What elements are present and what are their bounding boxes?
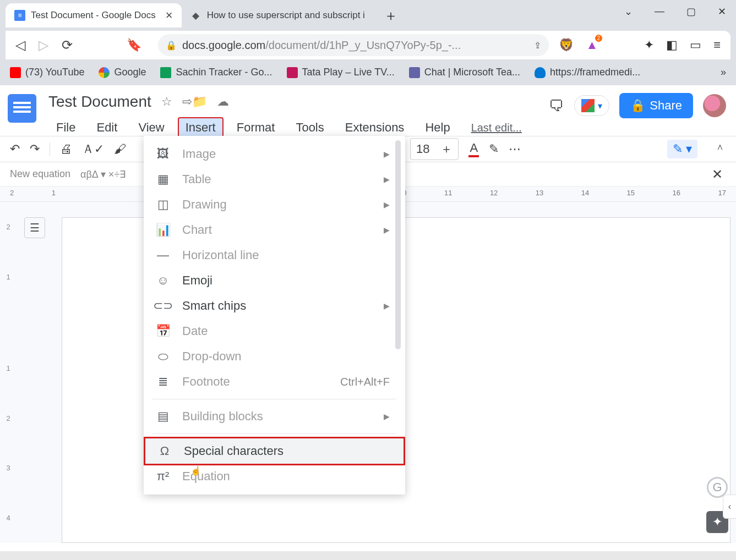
font-size-value[interactable]: 18 bbox=[411, 140, 435, 158]
menu-item-table: ▦Table▶ bbox=[144, 167, 405, 192]
docs-logo-icon[interactable] bbox=[8, 94, 36, 123]
vertical-ruler[interactable]: 2 1 1 2 3 4 bbox=[0, 202, 17, 543]
menu-separator bbox=[152, 433, 396, 434]
menu-item-chart: 📊Chart▶ bbox=[144, 217, 405, 243]
submenu-arrow-icon: ▶ bbox=[384, 200, 390, 209]
menu-item-emoji[interactable]: ☺Emoji bbox=[144, 268, 405, 293]
hrule-icon: — bbox=[156, 248, 170, 262]
mouse-cursor bbox=[190, 465, 200, 475]
address-row: ◁ ▷ ⟳ 🔖 🔒 docs.google.com/document/d/1hP… bbox=[6, 31, 730, 59]
menu-item-label: Smart chips bbox=[182, 299, 246, 313]
search-tabs-icon[interactable]: ⌄ bbox=[624, 6, 633, 18]
brave-rewards-icon[interactable]: ▲ bbox=[586, 38, 598, 52]
emoji-icon: ☺ bbox=[156, 273, 170, 288]
omnibox[interactable]: 🔒 docs.google.com/document/d/1hP_y_UsnQ7… bbox=[158, 34, 549, 56]
extensions-icon[interactable]: ✦ bbox=[644, 38, 654, 52]
browser-tab-0[interactable]: ≡ Test Document - Google Docs × bbox=[6, 3, 182, 28]
page-favicon-icon: ◆ bbox=[190, 10, 201, 21]
font-size-control[interactable]: 18 ＋ bbox=[410, 138, 459, 160]
back-button[interactable]: ◁ bbox=[15, 37, 25, 53]
more-tools-icon[interactable]: ⋯ bbox=[509, 142, 521, 156]
chart-icon: 📊 bbox=[156, 223, 170, 237]
account-avatar[interactable] bbox=[703, 94, 726, 117]
meet-button[interactable]: ▾ bbox=[574, 95, 609, 116]
menu-extensions[interactable]: Extensions bbox=[337, 117, 412, 138]
brave-shields-icon[interactable]: 🦁 bbox=[559, 38, 574, 52]
image-icon: 🖼 bbox=[156, 147, 170, 161]
close-tab-icon[interactable]: × bbox=[166, 8, 173, 23]
menu-item-equation: π²Equation bbox=[144, 464, 405, 489]
font-size-increase-icon[interactable]: ＋ bbox=[435, 139, 458, 160]
equation-icon: π² bbox=[156, 469, 170, 484]
menu-edit[interactable]: Edit bbox=[89, 117, 125, 138]
text-color-icon[interactable]: A bbox=[468, 141, 479, 157]
editing-mode-button[interactable]: ✎▾ bbox=[667, 140, 697, 158]
teams-icon bbox=[409, 67, 420, 78]
last-edit-link[interactable]: Last edit... bbox=[471, 122, 522, 134]
undo-icon[interactable]: ↶ bbox=[10, 142, 20, 156]
tataplay-icon bbox=[287, 67, 298, 78]
minimize-window-icon[interactable]: — bbox=[655, 6, 664, 18]
menu-item-label: Drop-down bbox=[182, 349, 242, 364]
comments-icon[interactable]: 🗨 bbox=[549, 97, 564, 115]
menu-item-label: Horizontal line bbox=[182, 248, 259, 262]
side-panel-toggle[interactable]: ‹ bbox=[723, 495, 736, 519]
share-url-icon[interactable]: ⇪ bbox=[534, 40, 541, 51]
menu-item-drawing: ◫Drawing▶ bbox=[144, 192, 405, 217]
menu-tools[interactable]: Tools bbox=[288, 117, 331, 138]
horizontal-scrollbar[interactable] bbox=[0, 551, 736, 560]
bookmark-youtube[interactable]: (73) YouTube bbox=[10, 67, 84, 78]
forward-button[interactable]: ▷ bbox=[39, 37, 48, 53]
doc-title[interactable]: Test Document bbox=[48, 93, 151, 111]
bookmarks-overflow-icon[interactable]: » bbox=[721, 67, 726, 78]
close-window-icon[interactable]: ✕ bbox=[718, 6, 726, 18]
menu-format[interactable]: Format bbox=[229, 117, 283, 138]
equation-symbols[interactable]: αβΔ ▾ ×÷∃ bbox=[80, 168, 126, 180]
menu-item-smartchips[interactable]: ⊂⊃Smart chips▶ bbox=[144, 293, 405, 319]
submenu-arrow-icon: ▶ bbox=[384, 226, 390, 234]
bookmark-framed[interactable]: https://framedmedi... bbox=[535, 67, 640, 78]
bookmark-google[interactable]: Google bbox=[99, 67, 146, 78]
menu-insert[interactable]: Insert bbox=[178, 117, 223, 138]
side-panel-icon[interactable]: ◧ bbox=[666, 38, 678, 52]
menu-view[interactable]: View bbox=[130, 117, 172, 138]
wallet-icon[interactable]: ▭ bbox=[690, 38, 701, 52]
browser-tab-1[interactable]: ◆ How to use superscript and subscript i bbox=[182, 3, 374, 28]
bookmarks-bar: (73) YouTube Google Sachin Tracker - Go.… bbox=[0, 59, 736, 85]
menu-help[interactable]: Help bbox=[417, 117, 457, 138]
redo-icon[interactable]: ↷ bbox=[30, 142, 40, 156]
share-button[interactable]: 🔒Share bbox=[619, 93, 693, 118]
highlight-color-icon[interactable]: ✎ bbox=[489, 142, 499, 156]
specialchars-icon: Ω bbox=[157, 444, 172, 458]
bookmark-teams[interactable]: Chat | Microsoft Tea... bbox=[409, 67, 520, 78]
menu-item-label: Special characters bbox=[184, 444, 284, 458]
browser-menu-icon[interactable]: ≡ bbox=[713, 38, 721, 52]
paint-format-icon[interactable]: 🖌 bbox=[114, 142, 126, 156]
window-controls: ⌄ — ▢ ✕ bbox=[624, 6, 726, 18]
outline-toggle-button[interactable]: ☰ bbox=[24, 217, 45, 238]
close-equation-bar-icon[interactable]: ✕ bbox=[712, 167, 723, 182]
menu-separator bbox=[152, 399, 396, 399]
spellcheck-icon[interactable]: Ａ✓ bbox=[82, 141, 104, 157]
menu-item-image: 🖼Image▶ bbox=[144, 141, 405, 167]
bookmark-tata[interactable]: Tata Play – Live TV... bbox=[287, 67, 395, 78]
move-icon[interactable]: ⇨📁 bbox=[182, 95, 207, 109]
new-tab-button[interactable]: ＋ bbox=[384, 6, 398, 25]
print-icon[interactable]: 🖨 bbox=[60, 142, 72, 156]
star-icon[interactable]: ☆ bbox=[161, 95, 172, 109]
menu-item-label: Table bbox=[182, 172, 211, 186]
menu-item-specialchars[interactable]: ΩSpecial characters bbox=[144, 437, 405, 465]
browser-chrome: ≡ Test Document - Google Docs × ◆ How to… bbox=[0, 0, 736, 85]
new-equation-button[interactable]: New equation bbox=[10, 168, 70, 180]
bookmark-page-icon[interactable]: 🔖 bbox=[127, 38, 158, 52]
bookmark-sheets[interactable]: Sachin Tracker - Go... bbox=[160, 67, 272, 78]
maximize-window-icon[interactable]: ▢ bbox=[686, 6, 696, 18]
menu-item-label: Footnote bbox=[182, 375, 230, 389]
collapse-toolbar-icon[interactable]: ＾ bbox=[714, 141, 726, 157]
menu-item-hrule: —Horizontal line bbox=[144, 243, 405, 268]
cloud-status-icon[interactable]: ☁ bbox=[217, 95, 229, 109]
menu-item-label: Building blocks bbox=[182, 409, 263, 424]
reload-button[interactable]: ⟳ bbox=[62, 37, 73, 53]
menu-file[interactable]: File bbox=[48, 117, 83, 138]
extension-icons: 🦁 ▲ ✦ ◧ ▭ ≡ bbox=[549, 38, 730, 52]
